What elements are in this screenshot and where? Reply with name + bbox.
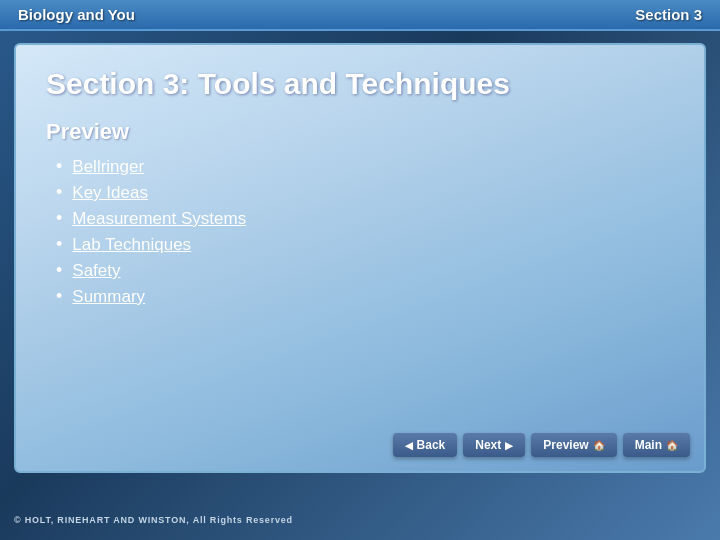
preview-icon: 🏠 bbox=[593, 440, 605, 451]
list-item[interactable]: •Key Ideas bbox=[56, 183, 674, 203]
main-icon: 🏠 bbox=[666, 440, 678, 451]
back-button[interactable]: ◀ Back bbox=[393, 433, 458, 457]
next-button[interactable]: Next ▶ bbox=[463, 433, 525, 457]
bullet-icon: • bbox=[56, 183, 62, 201]
bullet-icon: • bbox=[56, 157, 62, 175]
next-icon: ▶ bbox=[505, 440, 513, 451]
list-item[interactable]: •Bellringer bbox=[56, 157, 674, 177]
list-item-link[interactable]: Bellringer bbox=[72, 157, 144, 177]
list-item-link[interactable]: Measurement Systems bbox=[72, 209, 246, 229]
header-right-label: Section 3 bbox=[635, 6, 702, 23]
list-item[interactable]: •Summary bbox=[56, 287, 674, 307]
main-label: Main bbox=[635, 438, 662, 452]
back-label: Back bbox=[417, 438, 446, 452]
list-item[interactable]: •Measurement Systems bbox=[56, 209, 674, 229]
list-item[interactable]: •Safety bbox=[56, 261, 674, 281]
list-item[interactable]: •Lab Techniques bbox=[56, 235, 674, 255]
main-button[interactable]: Main 🏠 bbox=[623, 433, 690, 457]
slide-container: Biology and You Section 3 Section 3: Too… bbox=[0, 0, 720, 540]
list-item-link[interactable]: Lab Techniques bbox=[72, 235, 191, 255]
inner-nav-buttons: ◀ Back Next ▶ Preview 🏠 Main 🏠 bbox=[393, 433, 690, 457]
slide-title: Section 3: Tools and Techniques bbox=[46, 67, 674, 101]
preview-button[interactable]: Preview 🏠 bbox=[531, 433, 616, 457]
preview-list: •Bellringer•Key Ideas•Measurement System… bbox=[46, 157, 674, 307]
list-item-link[interactable]: Summary bbox=[72, 287, 145, 307]
bullet-icon: • bbox=[56, 209, 62, 227]
footer-bar: © HOLT, RINEHART AND WINSTON, All Rights… bbox=[0, 500, 720, 540]
list-item-link[interactable]: Key Ideas bbox=[72, 183, 148, 203]
next-label: Next bbox=[475, 438, 501, 452]
section-title-suffix: Tools and Techniques bbox=[189, 67, 510, 100]
preview-heading: Preview bbox=[46, 119, 674, 145]
header-bar: Biology and You Section 3 bbox=[0, 0, 720, 31]
copyright-text: © HOLT, RINEHART AND WINSTON, All Rights… bbox=[14, 515, 293, 525]
section-title-prefix: Section 3: bbox=[46, 67, 189, 100]
header-left-label: Biology and You bbox=[18, 6, 135, 23]
content-card: Section 3: Tools and Techniques Preview … bbox=[14, 43, 706, 473]
bullet-icon: • bbox=[56, 287, 62, 305]
preview-label: Preview bbox=[543, 438, 588, 452]
bullet-icon: • bbox=[56, 235, 62, 253]
list-item-link[interactable]: Safety bbox=[72, 261, 120, 281]
bullet-icon: • bbox=[56, 261, 62, 279]
back-icon: ◀ bbox=[405, 440, 413, 451]
